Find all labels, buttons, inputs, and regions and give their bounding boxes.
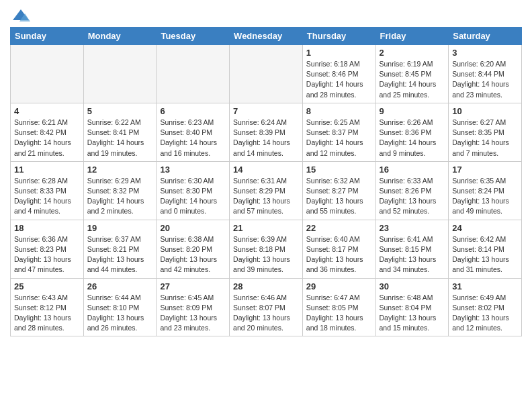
calendar-cell: 21Sunrise: 6:39 AMSunset: 8:18 PMDayligh…: [230, 220, 303, 278]
day-number: 20: [160, 223, 226, 233]
day-number: 10: [452, 106, 518, 116]
day-number: 12: [87, 165, 153, 175]
calendar-cell: 8Sunrise: 6:25 AMSunset: 8:37 PMDaylight…: [302, 103, 375, 161]
day-info: Sunrise: 6:39 AMSunset: 8:18 PMDaylight:…: [233, 234, 299, 275]
day-number: 26: [87, 281, 153, 291]
day-number: 6: [160, 106, 226, 116]
calendar-cell: [83, 45, 157, 103]
day-info: Sunrise: 6:42 AMSunset: 8:14 PMDaylight:…: [452, 234, 518, 275]
calendar-cell: 13Sunrise: 6:30 AMSunset: 8:30 PMDayligh…: [157, 161, 230, 220]
weekday-header: Saturday: [449, 28, 522, 45]
calendar-cell: 17Sunrise: 6:35 AMSunset: 8:24 PMDayligh…: [449, 161, 522, 220]
weekday-header: Tuesday: [157, 28, 230, 45]
day-number: 4: [14, 106, 80, 116]
calendar-cell: 18Sunrise: 6:36 AMSunset: 8:23 PMDayligh…: [11, 220, 84, 278]
day-info: Sunrise: 6:38 AMSunset: 8:20 PMDaylight:…: [160, 234, 226, 275]
calendar-cell: 19Sunrise: 6:37 AMSunset: 8:21 PMDayligh…: [83, 220, 157, 278]
calendar-cell: 20Sunrise: 6:38 AMSunset: 8:20 PMDayligh…: [157, 220, 230, 278]
calendar-cell: 23Sunrise: 6:41 AMSunset: 8:15 PMDayligh…: [375, 220, 449, 278]
day-info: Sunrise: 6:48 AMSunset: 8:04 PMDaylight:…: [380, 293, 445, 334]
calendar-cell: 25Sunrise: 6:43 AMSunset: 8:12 PMDayligh…: [11, 278, 84, 336]
day-number: 24: [452, 223, 518, 233]
weekday-header: Monday: [83, 28, 157, 45]
day-info: Sunrise: 6:41 AMSunset: 8:15 PMDaylight:…: [380, 234, 445, 275]
weekday-header: Friday: [375, 28, 449, 45]
day-number: 29: [306, 281, 372, 291]
day-info: Sunrise: 6:30 AMSunset: 8:30 PMDaylight:…: [160, 176, 226, 217]
calendar-cell: [157, 45, 230, 103]
day-number: 9: [380, 106, 445, 116]
calendar-cell: 10Sunrise: 6:27 AMSunset: 8:35 PMDayligh…: [449, 103, 522, 161]
day-number: 23: [380, 223, 445, 233]
day-info: Sunrise: 6:33 AMSunset: 8:26 PMDaylight:…: [380, 176, 445, 217]
calendar-cell: 6Sunrise: 6:23 AMSunset: 8:40 PMDaylight…: [157, 103, 230, 161]
calendar-table: SundayMondayTuesdayWednesdayThursdayFrid…: [10, 27, 522, 336]
day-info: Sunrise: 6:27 AMSunset: 8:35 PMDaylight:…: [452, 118, 518, 158]
header: [10, 7, 522, 23]
calendar-cell: 24Sunrise: 6:42 AMSunset: 8:14 PMDayligh…: [449, 220, 522, 278]
day-info: Sunrise: 6:19 AMSunset: 8:45 PMDaylight:…: [380, 59, 445, 100]
day-number: 3: [452, 48, 518, 58]
day-info: Sunrise: 6:45 AMSunset: 8:09 PMDaylight:…: [160, 293, 226, 334]
calendar-cell: 26Sunrise: 6:44 AMSunset: 8:10 PMDayligh…: [83, 278, 157, 336]
day-number: 15: [306, 165, 372, 175]
calendar-cell: 16Sunrise: 6:33 AMSunset: 8:26 PMDayligh…: [375, 161, 449, 220]
day-number: 18: [14, 223, 80, 233]
day-number: 8: [306, 106, 372, 116]
day-number: 16: [380, 165, 445, 175]
calendar-cell: 4Sunrise: 6:21 AMSunset: 8:42 PMDaylight…: [11, 103, 84, 161]
day-number: 31: [452, 281, 518, 291]
day-info: Sunrise: 6:18 AMSunset: 8:46 PMDaylight:…: [306, 59, 372, 100]
day-info: Sunrise: 6:46 AMSunset: 8:07 PMDaylight:…: [233, 293, 299, 334]
day-info: Sunrise: 6:44 AMSunset: 8:10 PMDaylight:…: [87, 293, 153, 334]
day-info: Sunrise: 6:31 AMSunset: 8:29 PMDaylight:…: [233, 176, 299, 217]
weekday-header: Thursday: [302, 28, 375, 45]
calendar-cell: 29Sunrise: 6:47 AMSunset: 8:05 PMDayligh…: [302, 278, 375, 336]
calendar-cell: 1Sunrise: 6:18 AMSunset: 8:46 PMDaylight…: [302, 45, 375, 103]
calendar-cell: 22Sunrise: 6:40 AMSunset: 8:17 PMDayligh…: [302, 220, 375, 278]
day-number: 17: [452, 165, 518, 175]
calendar-cell: 15Sunrise: 6:32 AMSunset: 8:27 PMDayligh…: [302, 161, 375, 220]
day-number: 21: [233, 223, 299, 233]
day-info: Sunrise: 6:49 AMSunset: 8:02 PMDaylight:…: [452, 293, 518, 334]
day-info: Sunrise: 6:40 AMSunset: 8:17 PMDaylight:…: [306, 234, 372, 275]
calendar-cell: 12Sunrise: 6:29 AMSunset: 8:32 PMDayligh…: [83, 161, 157, 220]
calendar-cell: 7Sunrise: 6:24 AMSunset: 8:39 PMDaylight…: [230, 103, 303, 161]
calendar-cell: 31Sunrise: 6:49 AMSunset: 8:02 PMDayligh…: [449, 278, 522, 336]
calendar-cell: 14Sunrise: 6:31 AMSunset: 8:29 PMDayligh…: [230, 161, 303, 220]
day-number: 30: [380, 281, 445, 291]
calendar-cell: 11Sunrise: 6:28 AMSunset: 8:33 PMDayligh…: [11, 161, 84, 220]
calendar-week-row: 18Sunrise: 6:36 AMSunset: 8:23 PMDayligh…: [11, 220, 522, 278]
day-number: 13: [160, 165, 226, 175]
calendar-week-row: 11Sunrise: 6:28 AMSunset: 8:33 PMDayligh…: [11, 161, 522, 220]
calendar-cell: 3Sunrise: 6:20 AMSunset: 8:44 PMDaylight…: [449, 45, 522, 103]
day-info: Sunrise: 6:21 AMSunset: 8:42 PMDaylight:…: [14, 118, 80, 158]
day-number: 28: [233, 281, 299, 291]
day-number: 19: [87, 223, 153, 233]
calendar-cell: 2Sunrise: 6:19 AMSunset: 8:45 PMDaylight…: [375, 45, 449, 103]
day-number: 2: [380, 48, 445, 58]
calendar-cell: 30Sunrise: 6:48 AMSunset: 8:04 PMDayligh…: [375, 278, 449, 336]
day-number: 25: [14, 281, 80, 291]
day-number: 27: [160, 281, 226, 291]
calendar-header-row: SundayMondayTuesdayWednesdayThursdayFrid…: [11, 28, 522, 45]
day-info: Sunrise: 6:20 AMSunset: 8:44 PMDaylight:…: [452, 59, 518, 100]
day-info: Sunrise: 6:28 AMSunset: 8:33 PMDaylight:…: [14, 176, 80, 217]
day-info: Sunrise: 6:26 AMSunset: 8:36 PMDaylight:…: [380, 118, 445, 158]
day-number: 11: [14, 165, 80, 175]
logo-icon: [11, 7, 30, 26]
day-info: Sunrise: 6:23 AMSunset: 8:40 PMDaylight:…: [160, 118, 226, 158]
day-info: Sunrise: 6:25 AMSunset: 8:37 PMDaylight:…: [306, 118, 372, 158]
day-info: Sunrise: 6:24 AMSunset: 8:39 PMDaylight:…: [233, 118, 299, 158]
day-info: Sunrise: 6:47 AMSunset: 8:05 PMDaylight:…: [306, 293, 372, 334]
day-number: 7: [233, 106, 299, 116]
day-info: Sunrise: 6:22 AMSunset: 8:41 PMDaylight:…: [87, 118, 153, 158]
day-info: Sunrise: 6:35 AMSunset: 8:24 PMDaylight:…: [452, 176, 518, 217]
calendar-cell: 28Sunrise: 6:46 AMSunset: 8:07 PMDayligh…: [230, 278, 303, 336]
weekday-header: Sunday: [11, 28, 84, 45]
calendar-week-row: 4Sunrise: 6:21 AMSunset: 8:42 PMDaylight…: [11, 103, 522, 161]
calendar-cell: 27Sunrise: 6:45 AMSunset: 8:09 PMDayligh…: [157, 278, 230, 336]
day-info: Sunrise: 6:32 AMSunset: 8:27 PMDaylight:…: [306, 176, 372, 217]
calendar-week-row: 25Sunrise: 6:43 AMSunset: 8:12 PMDayligh…: [11, 278, 522, 336]
calendar-week-row: 1Sunrise: 6:18 AMSunset: 8:46 PMDaylight…: [11, 45, 522, 103]
